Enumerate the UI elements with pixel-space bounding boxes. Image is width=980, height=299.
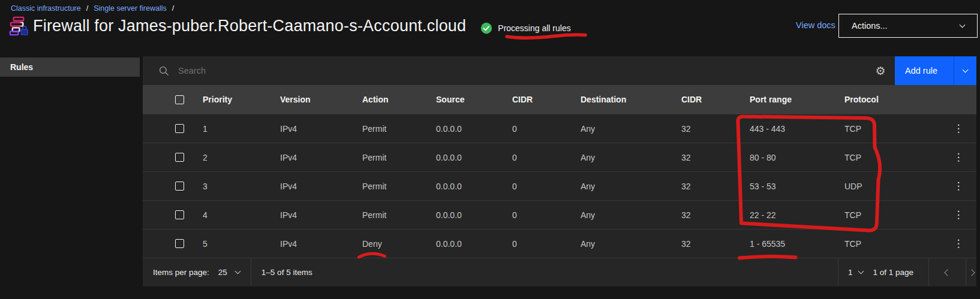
breadcrumb-separator: / [172,4,174,13]
page-number-value: 1 [848,268,853,277]
divider [251,258,251,286]
table-row: 1IPv4Permit0.0.0.00Any32443 - 443TCP⋮ [143,114,976,143]
row-checkbox[interactable] [175,182,184,191]
chevron-down-icon [858,268,864,274]
cell-cidr: 0 [512,124,581,134]
breadcrumb-link-classic-infrastructure[interactable]: Classic infrastructure [11,4,81,13]
next-page-button[interactable] [966,258,976,286]
cell-version: IPv4 [280,210,362,220]
add-rule-label: Add rule [905,66,937,75]
column-header-port-range: Port range [750,95,844,104]
cell-port-range: 22 - 22 [750,210,844,220]
caret-right-icon [968,269,975,276]
page-number-select[interactable]: 1 1 of 1 page [838,258,928,286]
cell-port-range: 1 - 65535 [750,239,844,249]
cell-cidr: 0 [512,153,581,162]
cell-cidr: 0 [512,182,581,191]
status-badge: Processing all rules [480,22,570,34]
table-row: 3IPv4Permit0.0.0.00Any3253 - 53UDP⋮ [143,171,976,200]
search-icon [159,66,169,76]
actions-dropdown[interactable]: Actions... [838,14,978,38]
cell-priority: 5 [203,239,280,249]
chevron-down-icon [960,22,966,28]
row-checkbox[interactable] [175,239,184,248]
row-checkbox[interactable] [175,124,184,133]
column-header-cidr: CIDR [681,95,750,104]
cell-source: 0.0.0.0 [436,210,512,220]
row-checkbox[interactable] [175,153,184,162]
cell-port-range: 53 - 53 [750,182,844,191]
add-rule-chevron-button[interactable] [954,56,976,85]
cell-version: IPv4 [280,153,362,162]
cell-cidr: 32 [681,239,750,249]
column-header-version: Version [280,95,362,104]
cell-source: 0.0.0.0 [436,124,512,134]
row-overflow-menu-button[interactable]: ⋮ [948,235,970,252]
column-header-action: Action [362,95,436,104]
table-body: 1IPv4Permit0.0.0.00Any32443 - 443TCP⋮2IP… [143,114,976,258]
cell-version: IPv4 [280,182,362,191]
row-overflow-menu-button[interactable]: ⋮ [948,120,970,137]
breadcrumb: Classic infrastructure / Single server f… [11,4,174,13]
row-overflow-menu-button[interactable]: ⋮ [948,206,970,224]
page-count-text: 1 of 1 page [873,268,914,277]
cell-destination: Any [581,124,681,134]
items-per-page-select[interactable] [235,268,241,274]
cell-cidr: 32 [681,124,750,134]
cell-cidr: 32 [681,182,750,191]
sidebar-item-rules[interactable]: Rules [0,58,140,77]
checkbox-cell [143,182,203,191]
overflow-cell: ⋮ [940,120,976,137]
search-input[interactable] [178,56,856,85]
row-overflow-menu-button[interactable]: ⋮ [948,149,970,166]
overflow-cell: ⋮ [940,206,976,224]
cell-priority: 4 [203,210,280,220]
cell-cidr: 0 [512,210,581,220]
cell-protocol: TCP [844,124,940,134]
lock-icon [21,26,28,34]
cell-port-range: 443 - 443 [750,124,844,134]
cell-cidr: 32 [681,153,750,162]
cell-action: Permit [362,153,436,162]
checkbox-cell [143,124,203,133]
cell-source: 0.0.0.0 [436,239,512,249]
cell-destination: Any [581,239,681,249]
status-check-icon [480,22,492,34]
cell-action: Permit [362,124,436,134]
items-per-page-label: Items per page: [153,268,209,277]
table-row: 4IPv4Permit0.0.0.00Any3222 - 22TCP⋮ [143,200,976,229]
column-header-priority: Priority [203,95,280,104]
table-row: 5IPv4Deny0.0.0.00Any321 - 65535TCP⋮ [143,229,976,258]
cell-port-range: 80 - 80 [750,153,844,162]
overflow-cell: ⋮ [940,149,976,166]
sidebar-item-label: Rules [10,62,33,72]
cell-priority: 1 [203,124,280,134]
row-checkbox[interactable] [175,210,184,219]
checkbox-cell [143,239,203,248]
breadcrumb-link-single-server-firewalls[interactable]: Single server firewalls [94,4,167,13]
checkbox-cell [143,153,203,162]
caret-left-icon [944,269,951,276]
select-all-checkbox[interactable] [175,95,184,104]
cell-priority: 2 [203,153,280,162]
table-row: 2IPv4Permit0.0.0.00Any3280 - 80TCP⋮ [143,143,976,171]
overflow-cell: ⋮ [940,235,976,252]
cell-protocol: TCP [844,239,940,249]
row-overflow-menu-button[interactable]: ⋮ [948,177,970,195]
actions-label: Actions... [852,21,888,31]
view-docs-link[interactable]: View docs [796,20,835,30]
cell-source: 0.0.0.0 [436,153,512,162]
items-range-text: 1–5 of 5 items [261,268,312,277]
cell-destination: Any [581,153,681,162]
firewall-icon [8,16,29,37]
items-per-page-value: 25 [218,268,227,277]
overflow-cell: ⋮ [940,177,976,195]
breadcrumb-separator: / [86,4,88,13]
cell-protocol: TCP [844,210,940,220]
gear-icon[interactable]: ⚙ [866,56,895,85]
status-text: Processing all rules [498,23,570,33]
checkbox-cell [143,210,203,219]
chevron-down-icon [963,67,969,73]
previous-page-button[interactable] [928,258,966,286]
cell-version: IPv4 [280,239,362,249]
